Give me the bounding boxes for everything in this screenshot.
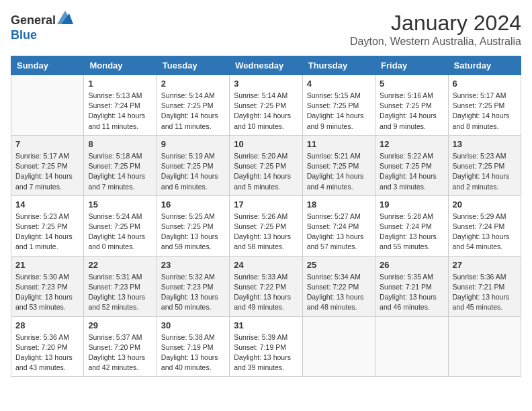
day-info: Sunrise: 5:15 AMSunset: 7:25 PMDaylight:… <box>307 91 371 132</box>
calendar-day-cell: 10Sunrise: 5:20 AMSunset: 7:25 PMDayligh… <box>230 135 302 195</box>
calendar-day-cell: 20Sunrise: 5:29 AMSunset: 7:24 PMDayligh… <box>448 195 521 256</box>
weekday-header: Tuesday <box>157 56 229 75</box>
title-block: January 2024 Dayton, Western Australia, … <box>350 11 521 48</box>
weekday-header: Sunday <box>11 56 84 75</box>
calendar-day-cell <box>11 75 84 136</box>
calendar-day-cell: 1Sunrise: 5:13 AMSunset: 7:24 PMDaylight… <box>84 75 157 136</box>
day-info: Sunrise: 5:26 AMSunset: 7:25 PMDaylight:… <box>234 212 298 253</box>
calendar-day-cell: 21Sunrise: 5:30 AMSunset: 7:23 PMDayligh… <box>11 256 84 316</box>
calendar-day-cell: 26Sunrise: 5:35 AMSunset: 7:21 PMDayligh… <box>375 256 448 316</box>
calendar-week-row: 28Sunrise: 5:36 AMSunset: 7:20 PMDayligh… <box>11 316 521 377</box>
day-number: 29 <box>88 320 152 330</box>
day-number: 26 <box>380 260 443 270</box>
day-info: Sunrise: 5:23 AMSunset: 7:25 PMDaylight:… <box>453 151 517 192</box>
day-number: 30 <box>161 320 225 330</box>
day-number: 31 <box>234 320 298 330</box>
day-number: 11 <box>307 139 371 149</box>
calendar-week-row: 21Sunrise: 5:30 AMSunset: 7:23 PMDayligh… <box>11 256 521 316</box>
day-info: Sunrise: 5:33 AMSunset: 7:22 PMDaylight:… <box>234 272 298 313</box>
calendar-day-cell: 11Sunrise: 5:21 AMSunset: 7:25 PMDayligh… <box>302 135 375 195</box>
day-number: 8 <box>88 139 152 149</box>
day-number: 22 <box>88 260 152 270</box>
weekday-header: Monday <box>84 56 157 75</box>
day-info: Sunrise: 5:18 AMSunset: 7:25 PMDaylight:… <box>88 151 152 192</box>
day-info: Sunrise: 5:19 AMSunset: 7:25 PMDaylight:… <box>161 151 225 192</box>
day-info: Sunrise: 5:25 AMSunset: 7:25 PMDaylight:… <box>161 212 225 253</box>
day-number: 18 <box>307 199 371 210</box>
calendar-day-cell: 6Sunrise: 5:17 AMSunset: 7:25 PMDaylight… <box>448 75 521 136</box>
logo: General Blue <box>11 11 73 42</box>
day-info: Sunrise: 5:39 AMSunset: 7:19 PMDaylight:… <box>234 332 298 373</box>
location-title: Dayton, Western Australia, Australia <box>350 36 521 48</box>
calendar-day-cell: 15Sunrise: 5:24 AMSunset: 7:25 PMDayligh… <box>84 195 157 256</box>
day-number: 25 <box>307 260 371 270</box>
day-number: 7 <box>15 139 79 149</box>
day-number: 15 <box>88 199 152 210</box>
day-number: 16 <box>161 199 225 210</box>
day-info: Sunrise: 5:22 AMSunset: 7:25 PMDaylight:… <box>380 151 443 192</box>
day-number: 10 <box>234 139 298 149</box>
day-info: Sunrise: 5:38 AMSunset: 7:19 PMDaylight:… <box>161 332 225 373</box>
calendar-day-cell: 12Sunrise: 5:22 AMSunset: 7:25 PMDayligh… <box>375 135 448 195</box>
day-number: 2 <box>161 79 225 89</box>
calendar-day-cell: 5Sunrise: 5:16 AMSunset: 7:25 PMDaylight… <box>375 75 448 136</box>
page-header: General Blue January 2024 Dayton, Wester… <box>11 11 521 48</box>
day-number: 12 <box>380 139 443 149</box>
calendar-day-cell: 9Sunrise: 5:19 AMSunset: 7:25 PMDaylight… <box>157 135 229 195</box>
calendar-day-cell: 14Sunrise: 5:23 AMSunset: 7:25 PMDayligh… <box>11 195 84 256</box>
day-number: 28 <box>15 320 79 330</box>
day-number: 23 <box>161 260 225 270</box>
calendar-day-cell: 13Sunrise: 5:23 AMSunset: 7:25 PMDayligh… <box>448 135 521 195</box>
calendar-day-cell: 8Sunrise: 5:18 AMSunset: 7:25 PMDaylight… <box>84 135 157 195</box>
day-info: Sunrise: 5:29 AMSunset: 7:24 PMDaylight:… <box>453 212 517 253</box>
calendar-day-cell: 4Sunrise: 5:15 AMSunset: 7:25 PMDaylight… <box>302 75 375 136</box>
day-number: 27 <box>453 260 517 270</box>
calendar-week-row: 1Sunrise: 5:13 AMSunset: 7:24 PMDaylight… <box>11 75 521 136</box>
day-info: Sunrise: 5:14 AMSunset: 7:25 PMDaylight:… <box>161 91 225 132</box>
day-info: Sunrise: 5:23 AMSunset: 7:25 PMDaylight:… <box>15 212 79 253</box>
calendar-day-cell: 18Sunrise: 5:27 AMSunset: 7:24 PMDayligh… <box>302 195 375 256</box>
calendar-week-row: 7Sunrise: 5:17 AMSunset: 7:25 PMDaylight… <box>11 135 521 195</box>
calendar-day-cell <box>375 316 448 377</box>
calendar-day-cell: 22Sunrise: 5:31 AMSunset: 7:23 PMDayligh… <box>84 256 157 316</box>
calendar-day-cell: 31Sunrise: 5:39 AMSunset: 7:19 PMDayligh… <box>230 316 302 377</box>
calendar-day-cell: 29Sunrise: 5:37 AMSunset: 7:20 PMDayligh… <box>84 316 157 377</box>
day-info: Sunrise: 5:34 AMSunset: 7:22 PMDaylight:… <box>307 272 371 313</box>
day-number: 5 <box>380 79 443 89</box>
calendar-day-cell: 3Sunrise: 5:14 AMSunset: 7:25 PMDaylight… <box>230 75 302 136</box>
calendar-day-cell: 7Sunrise: 5:17 AMSunset: 7:25 PMDaylight… <box>11 135 84 195</box>
calendar-day-cell: 24Sunrise: 5:33 AMSunset: 7:22 PMDayligh… <box>230 256 302 316</box>
calendar-day-cell: 17Sunrise: 5:26 AMSunset: 7:25 PMDayligh… <box>230 195 302 256</box>
calendar-day-cell <box>448 316 521 377</box>
day-number: 13 <box>453 139 517 149</box>
day-info: Sunrise: 5:31 AMSunset: 7:23 PMDaylight:… <box>88 272 152 313</box>
logo-blue: Blue <box>11 28 37 42</box>
calendar-day-cell: 2Sunrise: 5:14 AMSunset: 7:25 PMDaylight… <box>157 75 229 136</box>
day-number: 21 <box>15 260 79 270</box>
weekday-header: Wednesday <box>230 56 302 75</box>
day-number: 3 <box>234 79 298 89</box>
logo-icon <box>57 11 73 24</box>
day-number: 14 <box>15 199 79 210</box>
day-info: Sunrise: 5:17 AMSunset: 7:25 PMDaylight:… <box>15 151 79 192</box>
day-info: Sunrise: 5:32 AMSunset: 7:23 PMDaylight:… <box>161 272 225 313</box>
day-number: 17 <box>234 199 298 210</box>
day-info: Sunrise: 5:17 AMSunset: 7:25 PMDaylight:… <box>453 91 517 132</box>
weekday-header: Friday <box>375 56 448 75</box>
day-number: 19 <box>380 199 443 210</box>
logo-general: General <box>11 13 56 27</box>
calendar-week-row: 14Sunrise: 5:23 AMSunset: 7:25 PMDayligh… <box>11 195 521 256</box>
calendar-header-row: SundayMondayTuesdayWednesdayThursdayFrid… <box>11 56 521 75</box>
calendar-day-cell: 30Sunrise: 5:38 AMSunset: 7:19 PMDayligh… <box>157 316 229 377</box>
weekday-header: Thursday <box>302 56 375 75</box>
calendar-day-cell: 19Sunrise: 5:28 AMSunset: 7:24 PMDayligh… <box>375 195 448 256</box>
calendar-day-cell: 23Sunrise: 5:32 AMSunset: 7:23 PMDayligh… <box>157 256 229 316</box>
calendar-day-cell: 16Sunrise: 5:25 AMSunset: 7:25 PMDayligh… <box>157 195 229 256</box>
day-number: 6 <box>453 79 517 89</box>
day-info: Sunrise: 5:36 AMSunset: 7:21 PMDaylight:… <box>453 272 517 313</box>
day-number: 1 <box>88 79 152 89</box>
weekday-header: Saturday <box>448 56 521 75</box>
day-number: 4 <box>307 79 371 89</box>
day-info: Sunrise: 5:24 AMSunset: 7:25 PMDaylight:… <box>88 212 152 253</box>
day-number: 24 <box>234 260 298 270</box>
